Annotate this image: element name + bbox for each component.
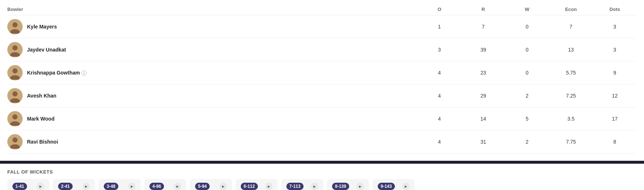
wickets-title: FALL OF WICKETS [7,169,637,175]
stat-econ: 5.75 [549,70,593,76]
avatar [7,134,23,149]
play-button[interactable]: ▶ [265,183,273,190]
wicket-score: 7-113 [286,183,304,190]
stat-r: 7 [461,24,505,30]
play-button[interactable]: ▶ [357,183,364,190]
bowler-info: Krishnappa Gowthami [7,65,418,80]
bowler-row: Krishnappa Gowthami 4 23 0 5.75 9 [7,61,637,84]
wicket-card: 4-86 ▶ Rilee Rossouw Over 11.6 [144,179,186,190]
stat-econ: 13 [549,47,593,53]
header-r: R [461,7,505,12]
wicket-score: 5-94 [195,183,210,190]
avatar [7,88,23,103]
bowler-name: Krishnappa Gowthami [27,70,87,76]
stat-o: 4 [418,70,461,76]
bowler-row: Ravi Bishnoi 4 31 2 7.75 8 [7,130,637,153]
main-container: Bowler O R W Econ Dots Kyle Mayers 1 7 0… [0,0,644,190]
stat-r: 14 [461,116,505,122]
bowler-row: Kyle Mayers 1 7 0 7 3 [7,15,637,38]
wicket-score: 2-41 [58,183,73,190]
wicket-score-row: 2-41 ▶ [58,183,90,190]
bowlers-list: Kyle Mayers 1 7 0 7 3 Jaydev Unadkat 3 3… [7,15,637,153]
bowlers-section: Bowler O R W Econ Dots Kyle Mayers 1 7 0… [0,0,644,161]
stat-o: 1 [418,24,461,30]
wicket-card: 8-139 ▶ Axar Patel Over 19.1 [327,179,369,190]
stat-w: 2 [505,139,549,145]
stat-dots: 8 [593,139,637,145]
header-bowler: Bowler [7,7,418,12]
header-econ: Econ [549,7,593,12]
stat-econ: 7.25 [549,93,593,99]
bowler-name: Ravi Bishnoi [27,139,58,145]
header-w: W [505,7,549,12]
wicket-score: 1-41 [12,183,27,190]
stat-o: 3 [418,47,461,53]
wickets-list: 1-41 ▶ Prithvi Shaw Over 4.3 2-41 ▶ Mitc… [7,179,637,190]
wicket-score: 9-143 [378,183,395,190]
wicket-score-row: 6-112 ▶ [241,183,273,190]
play-button[interactable]: ▶ [128,183,136,190]
bowler-info: Ravi Bishnoi [7,134,418,149]
wicket-score: 3-48 [104,183,118,190]
wicket-score-row: 3-48 ▶ [104,183,136,190]
bowler-row: Mark Wood 4 14 5 3.5 17 [7,107,637,130]
bowler-info: Mark Wood [7,111,418,126]
svg-point-3 [12,45,18,50]
stat-o: 4 [418,139,461,145]
wicket-card: 2-41 ▶ Mitchell Marsh Over 4.4 [53,179,95,190]
bowler-info: Kyle Mayers [7,19,418,34]
stat-w: 0 [505,70,549,76]
bowler-row: Avesh Khan 4 29 2 7.25 12 [7,84,637,107]
stat-econ: 3.5 [549,116,593,122]
stat-w: 0 [505,24,549,30]
stat-econ: 7 [549,24,593,30]
wicket-score: 8-139 [332,183,349,190]
wicket-card: 9-143 ▶ Chetan Sakariya Over 19.5 [373,179,415,190]
bowler-info: Jaydev Unadkat [7,42,418,57]
play-button[interactable]: ▶ [402,183,409,190]
wicket-card: 5-94 ▶ Rovman Powell Over 13.4 [190,179,232,190]
wicket-score: 6-112 [241,183,258,190]
avatar [7,111,23,126]
stat-w: 5 [505,116,549,122]
play-button[interactable]: ▶ [174,183,181,190]
wicket-score: 4-86 [149,183,164,190]
wicket-card: 3-48 ▶ Sarfaraz Khan Over 6.6 [99,179,141,190]
wicket-card: 7-113 ▶ David Warner Over 15.6 [281,179,323,190]
wicket-score-row: 7-113 ▶ [286,183,318,190]
avatar [7,42,23,57]
wicket-card: 1-41 ▶ Prithvi Shaw Over 4.3 [7,179,49,190]
wicket-score-row: 4-86 ▶ [149,183,181,190]
stat-r: 39 [461,47,505,53]
avatar [7,65,23,80]
play-button[interactable]: ▶ [37,183,44,190]
svg-point-1 [12,22,18,27]
stat-dots: 3 [593,24,637,30]
stat-dots: 17 [593,116,637,122]
bowler-row: Jaydev Unadkat 3 39 0 13 3 [7,38,637,61]
svg-point-9 [12,114,18,119]
stat-dots: 3 [593,47,637,53]
bowler-info: Avesh Khan [7,88,418,103]
wicket-score-row: 5-94 ▶ [195,183,227,190]
stat-w: 0 [505,47,549,53]
play-button[interactable]: ▶ [220,183,227,190]
bowler-name: Mark Wood [27,116,54,122]
stat-econ: 7.75 [549,139,593,145]
play-button[interactable]: ▶ [83,183,90,190]
wicket-score-row: 1-41 ▶ [12,183,44,190]
stat-r: 29 [461,93,505,99]
wicket-score-row: 9-143 ▶ [378,183,409,190]
play-button[interactable]: ▶ [311,183,318,190]
bowlers-header: Bowler O R W Econ Dots [7,4,637,15]
bowler-name: Avesh Khan [27,93,56,99]
svg-point-5 [12,68,18,73]
info-icon[interactable]: i [81,71,87,76]
avatar [7,19,23,34]
stat-r: 23 [461,70,505,76]
stat-r: 31 [461,139,505,145]
stat-o: 4 [418,116,461,122]
stat-dots: 12 [593,93,637,99]
bowler-name: Jaydev Unadkat [27,47,66,53]
wicket-card: 6-112 ▶ Aman Khan Over 15.3 [236,179,278,190]
